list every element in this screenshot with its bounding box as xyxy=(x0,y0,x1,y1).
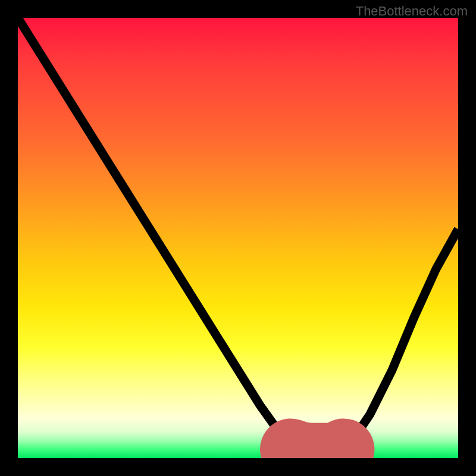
watermark-text: TheBottleneck.com xyxy=(356,4,468,19)
optimal-marker-dot xyxy=(352,428,362,439)
bottleneck-plot-svg xyxy=(18,18,458,458)
optimal-range-highlight xyxy=(291,449,344,453)
bottleneck-curve xyxy=(18,18,458,454)
plot-area xyxy=(18,18,458,458)
